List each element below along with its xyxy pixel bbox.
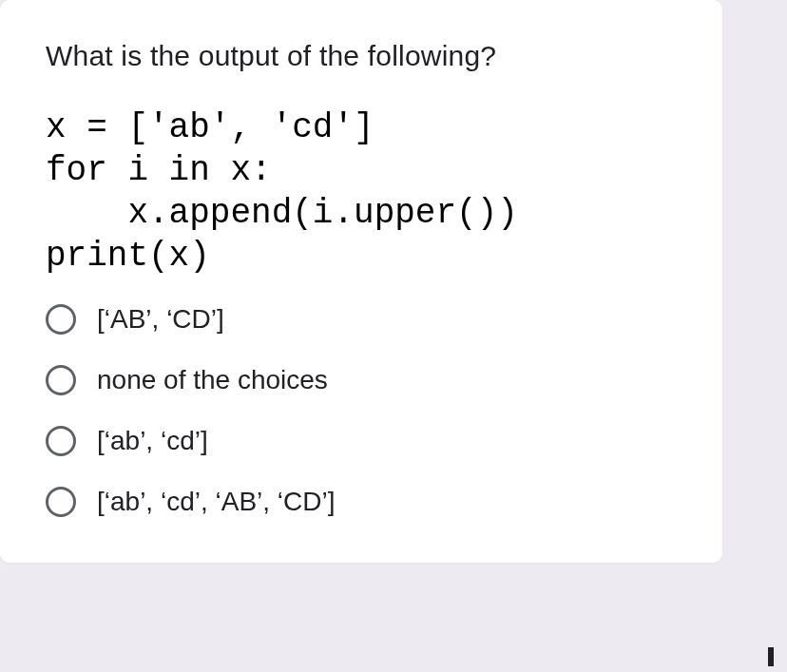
code-line: x = ['ab', 'cd'] (46, 108, 374, 147)
question-title: What is the output of the following? (46, 40, 677, 72)
option-radio-3[interactable]: [‘ab’, ‘cd’] (46, 426, 677, 456)
option-radio-2[interactable]: none of the choices (46, 365, 677, 395)
option-label: [‘ab’, ‘cd’] (97, 426, 208, 456)
radio-icon (46, 304, 76, 335)
radio-icon (46, 365, 76, 395)
code-line: print(x) (46, 237, 210, 276)
option-radio-1[interactable]: [‘AB’, ‘CD’] (46, 304, 677, 335)
code-line: x.append(i.upper()) (46, 194, 518, 233)
radio-icon (46, 426, 76, 456)
option-label: none of the choices (97, 365, 328, 395)
text-cursor-icon (768, 647, 774, 666)
option-label: [‘AB’, ‘CD’] (97, 304, 224, 335)
option-radio-4[interactable]: [‘ab’, ‘cd’, ‘AB’, ‘CD’] (46, 487, 677, 517)
radio-icon (46, 487, 76, 517)
question-card: What is the output of the following? x =… (0, 0, 722, 563)
options-group: [‘AB’, ‘CD’] none of the choices [‘ab’, … (46, 304, 677, 517)
code-block: x = ['ab', 'cd'] for i in x: x.append(i.… (46, 106, 677, 278)
code-line: for i in x: (46, 151, 272, 190)
option-label: [‘ab’, ‘cd’, ‘AB’, ‘CD’] (97, 487, 336, 517)
